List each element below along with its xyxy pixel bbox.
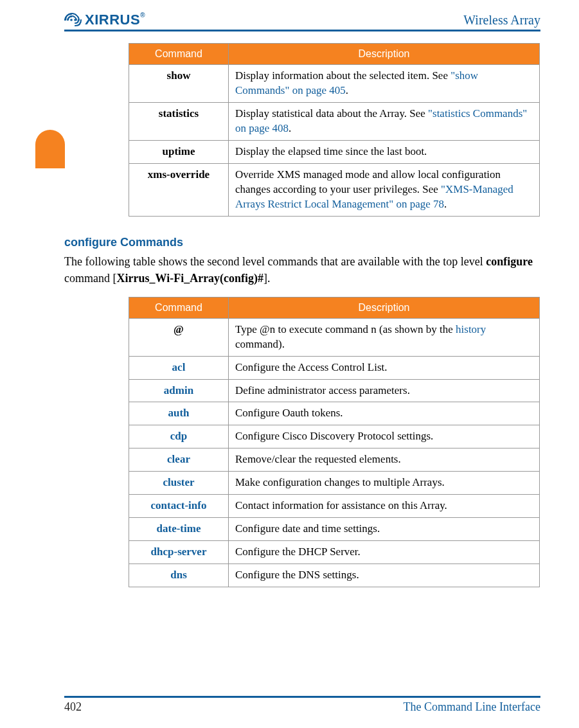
svg-point-1 bbox=[74, 19, 76, 21]
cmd-name: contact-info bbox=[129, 495, 229, 518]
cmd-desc: Configure the DHCP Server. bbox=[229, 541, 540, 564]
command-link[interactable]: date-time bbox=[157, 522, 201, 535]
cmd-name: show bbox=[129, 65, 229, 103]
cmd-desc: Display the elapsed time since the last … bbox=[229, 140, 540, 163]
page-number: 402 bbox=[64, 700, 82, 714]
col-header-description: Description bbox=[229, 297, 540, 318]
page-header: XIRRUS® Wireless Array bbox=[64, 12, 540, 31]
thumb-tab-mask bbox=[35, 168, 65, 200]
cmd-desc: Display statistical data about the Array… bbox=[229, 102, 540, 140]
table-row: date-time Configure date and time settin… bbox=[129, 518, 540, 541]
cmd-name: cluster bbox=[129, 472, 229, 495]
table-row: uptime Display the elapsed time since th… bbox=[129, 140, 540, 163]
cmd-desc: Override XMS managed mode and allow loca… bbox=[229, 163, 540, 216]
cmd-name: acl bbox=[129, 356, 229, 379]
col-header-command: Command bbox=[129, 44, 229, 65]
col-header-description: Description bbox=[229, 44, 540, 65]
table-row: clear Remove/clear the requested element… bbox=[129, 448, 540, 472]
command-link[interactable]: contact-info bbox=[151, 499, 207, 511]
cross-reference-link[interactable]: history bbox=[456, 323, 486, 335]
table-row: contact-info Contact information for ass… bbox=[129, 495, 540, 518]
command-link[interactable]: auth bbox=[168, 407, 189, 419]
section-heading: configure Commands bbox=[64, 236, 540, 249]
cmd-name: dhcp-server bbox=[129, 541, 229, 564]
cmd-desc: Make configuration changes to multiple A… bbox=[229, 472, 540, 495]
command-link[interactable]: clear bbox=[167, 453, 190, 465]
command-link[interactable]: dns bbox=[170, 569, 187, 581]
command-link[interactable]: dhcp-server bbox=[151, 546, 207, 558]
cmd-desc: Configure the Access Control List. bbox=[229, 356, 540, 379]
document-title: Wireless Array bbox=[463, 13, 540, 28]
table-row: show Display information about the selec… bbox=[129, 65, 540, 103]
commands-table-2: Command Description @ Type @n to execute… bbox=[129, 297, 540, 587]
table-row: auth Configure Oauth tokens. bbox=[129, 402, 540, 425]
cmd-name: uptime bbox=[129, 140, 229, 163]
command-link[interactable]: cdp bbox=[170, 430, 187, 442]
command-link[interactable]: acl bbox=[172, 361, 186, 373]
cmd-name: dns bbox=[129, 564, 229, 587]
cmd-desc: Contact information for assistance on th… bbox=[229, 495, 540, 518]
cmd-desc: Configure the DNS settings. bbox=[229, 564, 540, 587]
thumb-tab bbox=[35, 130, 65, 168]
table-row: statistics Display statistical data abou… bbox=[129, 102, 540, 140]
svg-point-0 bbox=[70, 19, 73, 21]
page-footer: 402 The Command Line Interface bbox=[64, 696, 540, 714]
brand-logo: XIRRUS® bbox=[64, 12, 145, 28]
cmd-name: xms-override bbox=[129, 163, 229, 216]
cmd-name: admin bbox=[129, 379, 229, 402]
page-content: XIRRUS® Wireless Array Command Descripti… bbox=[0, 0, 579, 587]
table-row: dhcp-server Configure the DHCP Server. bbox=[129, 541, 540, 564]
table-row: cluster Make configuration changes to mu… bbox=[129, 472, 540, 495]
cmd-name: statistics bbox=[129, 102, 229, 140]
cmd-desc: Define administrator access parameters. bbox=[229, 379, 540, 402]
table-row: dns Configure the DNS settings. bbox=[129, 564, 540, 587]
cmd-name: date-time bbox=[129, 518, 229, 541]
table-row: @ Type @n to execute command n (as shown… bbox=[129, 318, 540, 356]
footer-section-title: The Command Line Interface bbox=[404, 700, 540, 714]
cmd-name: cdp bbox=[129, 425, 229, 448]
section-paragraph: The following table shows the second lev… bbox=[64, 253, 540, 287]
command-link[interactable]: cluster bbox=[163, 476, 194, 488]
commands-table-1: Command Description show Display informa… bbox=[129, 43, 540, 217]
col-header-command: Command bbox=[129, 297, 229, 318]
table-row: admin Define administrator access parame… bbox=[129, 379, 540, 402]
command-link[interactable]: admin bbox=[164, 384, 193, 396]
cmd-desc: Type @n to execute command n (as shown b… bbox=[229, 318, 540, 356]
table-row: cdp Configure Cisco Discovery Protocol s… bbox=[129, 425, 540, 448]
cmd-name: auth bbox=[129, 402, 229, 425]
cmd-desc: Configure date and time settings. bbox=[229, 518, 540, 541]
brand-name: XIRRUS® bbox=[85, 12, 145, 28]
xirrus-wave-icon bbox=[64, 13, 82, 27]
cmd-desc: Configure Oauth tokens. bbox=[229, 402, 540, 425]
table-row: acl Configure the Access Control List. bbox=[129, 356, 540, 379]
cmd-desc: Remove/clear the requested elements. bbox=[229, 448, 540, 472]
table-row: xms-override Override XMS managed mode a… bbox=[129, 163, 540, 216]
cmd-desc: Display information about the selected i… bbox=[229, 65, 540, 103]
cmd-name: clear bbox=[129, 448, 229, 472]
cmd-name: @ bbox=[129, 318, 229, 356]
cmd-desc: Configure Cisco Discovery Protocol setti… bbox=[229, 425, 540, 448]
